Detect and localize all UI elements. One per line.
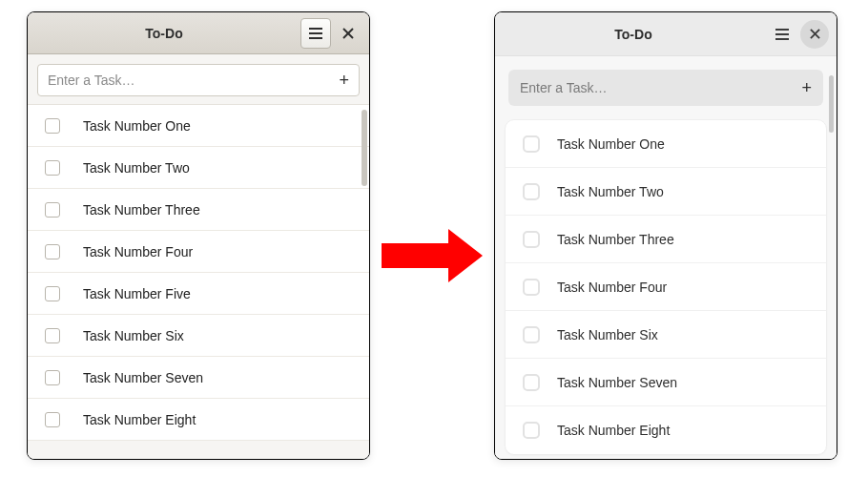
task-list-container: Task Number OneTask Number TwoTask Numbe… xyxy=(495,115,837,455)
task-label: Task Number One xyxy=(83,118,191,134)
task-label: Task Number Six xyxy=(83,328,184,343)
task-row[interactable]: Task Number Five xyxy=(28,273,369,315)
task-checkbox[interactable] xyxy=(523,422,540,439)
task-checkbox[interactable] xyxy=(45,328,60,343)
plus-icon: + xyxy=(801,78,812,98)
task-checkbox[interactable] xyxy=(523,374,540,391)
menu-button[interactable] xyxy=(300,18,331,49)
entry-placeholder: Enter a Task… xyxy=(48,73,339,88)
task-checkbox[interactable] xyxy=(523,135,540,153)
close-icon xyxy=(342,28,354,39)
svg-rect-1 xyxy=(309,32,322,34)
svg-rect-6 xyxy=(775,33,789,35)
task-label: Task Number Three xyxy=(557,232,674,247)
task-list: Task Number OneTask Number TwoTask Numbe… xyxy=(28,104,369,441)
task-checkbox[interactable] xyxy=(45,370,60,385)
task-list: Task Number OneTask Number TwoTask Numbe… xyxy=(505,119,827,455)
todo-window-new: To-Do Enter a Task… + Task Number OneTas… xyxy=(494,11,837,460)
headerbar: To-Do xyxy=(495,12,837,56)
task-row[interactable]: Task Number Six xyxy=(506,311,826,359)
task-checkbox[interactable] xyxy=(45,286,60,301)
task-row[interactable]: Task Number Three xyxy=(506,216,826,263)
task-label: Task Number Three xyxy=(83,202,200,218)
menu-button[interactable] xyxy=(768,20,796,49)
task-row[interactable]: Task Number One xyxy=(28,105,369,147)
headerbar: To-Do xyxy=(28,12,369,54)
hamburger-icon xyxy=(309,28,322,39)
plus-icon: + xyxy=(339,71,349,91)
task-label: Task Number Four xyxy=(557,280,667,295)
task-label: Task Number Seven xyxy=(83,370,203,385)
svg-rect-0 xyxy=(309,28,322,30)
task-checkbox[interactable] xyxy=(45,412,60,427)
scrollbar[interactable] xyxy=(362,110,367,186)
task-row[interactable]: Task Number Eight xyxy=(506,406,826,454)
close-button[interactable] xyxy=(800,20,829,49)
new-task-entry[interactable]: Enter a Task… + xyxy=(508,70,823,106)
scrollbar[interactable] xyxy=(829,75,834,133)
task-label: Task Number Five xyxy=(83,286,191,301)
todo-window-old: To-Do Enter a Task… + Task Number OneTas… xyxy=(27,11,370,460)
close-button[interactable] xyxy=(333,18,363,49)
close-icon xyxy=(810,29,820,39)
svg-rect-2 xyxy=(309,37,322,39)
task-checkbox[interactable] xyxy=(523,326,540,343)
task-label: Task Number Seven xyxy=(557,375,677,390)
task-label: Task Number Eight xyxy=(557,423,670,438)
task-row[interactable]: Task Number Eight xyxy=(28,399,369,441)
task-row[interactable]: Task Number Two xyxy=(506,168,826,216)
window-body: Enter a Task… + Task Number OneTask Numb… xyxy=(28,54,369,459)
task-checkbox[interactable] xyxy=(523,183,540,200)
task-row[interactable]: Task Number Seven xyxy=(506,359,826,406)
svg-rect-5 xyxy=(775,29,789,31)
task-checkbox[interactable] xyxy=(523,279,540,296)
transition-arrow xyxy=(382,229,483,282)
task-label: Task Number Two xyxy=(83,160,190,176)
task-label: Task Number Six xyxy=(557,327,658,342)
task-checkbox[interactable] xyxy=(45,244,60,259)
window-body: Enter a Task… + Task Number OneTask Numb… xyxy=(495,56,837,459)
window-title: To-Do xyxy=(33,26,295,41)
task-row[interactable]: Task Number Six xyxy=(28,315,369,357)
task-label: Task Number Two xyxy=(557,184,664,199)
task-label: Task Number Four xyxy=(83,244,193,259)
window-title: To-Do xyxy=(503,27,764,42)
task-row[interactable]: Task Number Seven xyxy=(28,357,369,399)
task-row[interactable]: Task Number One xyxy=(506,120,826,168)
task-checkbox[interactable] xyxy=(523,231,540,248)
new-task-entry[interactable]: Enter a Task… + xyxy=(37,64,360,96)
hamburger-icon xyxy=(775,29,789,40)
task-row[interactable]: Task Number Four xyxy=(506,263,826,311)
task-checkbox[interactable] xyxy=(45,202,60,218)
task-checkbox[interactable] xyxy=(45,118,60,134)
task-label: Task Number Eight xyxy=(83,412,196,427)
svg-rect-7 xyxy=(775,38,789,40)
task-label: Task Number One xyxy=(557,136,665,152)
task-row[interactable]: Task Number Two xyxy=(28,147,369,189)
task-row[interactable]: Task Number Three xyxy=(28,189,369,231)
entry-placeholder: Enter a Task… xyxy=(520,80,801,95)
task-row[interactable]: Task Number Four xyxy=(28,231,369,273)
task-checkbox[interactable] xyxy=(45,160,60,176)
